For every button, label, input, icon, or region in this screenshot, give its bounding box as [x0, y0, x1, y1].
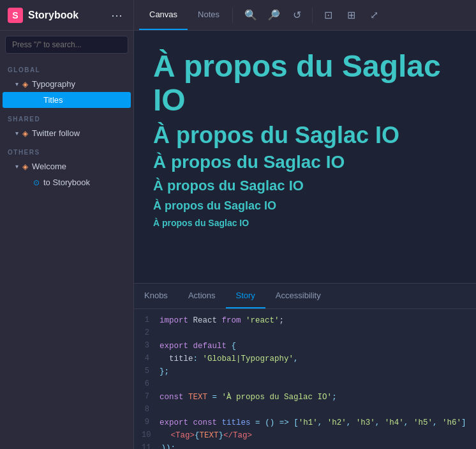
panel-tabs: Knobs Actions Story Accessibility	[134, 284, 476, 309]
frame-icon: ⊡	[324, 9, 332, 21]
code-line-1: 1 import React from 'react';	[134, 314, 476, 327]
line-number: 10	[142, 429, 161, 442]
sidebar-item-titles[interactable]: ⊙ Titles	[3, 92, 131, 108]
zoom-in-icon: 🔍	[244, 9, 257, 21]
panel-tab-story[interactable]: Story	[226, 284, 265, 308]
sidebar: GLOBAL ▾ ◈ Typography ⊙ Titles SHARED ▾ …	[0, 31, 134, 449]
line-number: 9	[142, 416, 160, 429]
zoom-out-button[interactable]: 🔎	[264, 5, 284, 26]
grid-button[interactable]: ⊞	[341, 5, 361, 26]
typography-h4: À propos du Saglac IO	[153, 178, 457, 194]
section-label-others: OTHERS	[0, 141, 133, 158]
code-line-8: 8	[134, 404, 476, 416]
story-icon: ⊙	[33, 178, 40, 187]
code-text	[160, 327, 165, 340]
line-number: 1	[142, 314, 160, 327]
more-button[interactable]: ⋯	[108, 6, 126, 24]
code-area: 1 import React from 'react'; 2 3 export …	[134, 309, 476, 449]
search-box	[0, 31, 133, 59]
code-text: export default {	[160, 340, 236, 353]
line-number: 6	[142, 378, 160, 391]
line-number: 5	[142, 365, 160, 378]
panel-tab-actions[interactable]: Actions	[178, 284, 226, 308]
sidebar-item-typography[interactable]: ▾ ◈ Typography	[3, 76, 131, 92]
reset-icon: ↺	[293, 9, 301, 21]
code-line-11: 11 ));	[134, 442, 476, 449]
section-label-global: GLOBAL	[0, 59, 133, 76]
code-line-5: 5 };	[134, 365, 476, 378]
panel-tab-knobs[interactable]: Knobs	[134, 284, 178, 308]
fullscreen-button[interactable]: ⤢	[364, 5, 384, 26]
code-text: ));	[161, 442, 175, 449]
sidebar-item-label: Twitter follow	[32, 128, 80, 138]
folder-icon: ◈	[22, 162, 28, 171]
line-number: 4	[142, 353, 160, 365]
line-number: 3	[142, 340, 160, 353]
frame-button[interactable]: ⊡	[318, 5, 338, 26]
typography-h6: À propos du Saglac IO	[153, 218, 457, 228]
fullscreen-icon: ⤢	[370, 9, 378, 21]
toolbar-separator-1	[312, 8, 313, 23]
content-area: À propos du Saglac IO À propos du Saglac…	[134, 31, 476, 449]
typography-h3: À propos du Saglac IO	[153, 153, 457, 172]
section-label-shared: SHARED	[0, 108, 133, 125]
code-line-4: 4 title: 'Global|Typography',	[134, 353, 476, 365]
sidebar-item-label: Titles	[43, 95, 63, 105]
sidebar-item-label: Welcome	[32, 162, 66, 171]
arrow-icon: ▾	[15, 130, 19, 137]
more-icon: ⋯	[111, 8, 123, 22]
code-line-7: 7 const TEXT = 'À propos du Saglac IO';	[134, 391, 476, 404]
folder-icon: ◈	[22, 129, 28, 138]
typography-h5: À propos du Saglac IO	[153, 199, 457, 213]
sidebar-item-twitter-follow[interactable]: ▾ ◈ Twitter follow	[3, 125, 131, 141]
reset-zoom-button[interactable]: ↺	[286, 5, 307, 26]
code-text	[160, 378, 165, 391]
tab-separator	[232, 8, 233, 23]
logo-area: S Storybook ⋯	[0, 0, 134, 30]
code-line-10: 10 <Tag>{TEXT}</Tag>	[134, 429, 476, 442]
tab-notes[interactable]: Notes	[188, 0, 230, 30]
panel-tab-accessibility[interactable]: Accessibility	[265, 284, 331, 308]
top-tabs: Canvas Notes 🔍 🔎 ↺ ⊡ ⊞ ⤢	[134, 0, 476, 30]
line-number: 11	[142, 442, 161, 449]
code-line-6: 6	[134, 378, 476, 391]
code-text: title: 'Global|Typography',	[160, 353, 299, 365]
grid-icon: ⊞	[347, 9, 355, 21]
typography-h2: À propos du Saglac IO	[153, 123, 457, 148]
code-line-2: 2	[134, 327, 476, 340]
code-line-3: 3 export default {	[134, 340, 476, 353]
folder-icon: ◈	[22, 80, 28, 89]
canvas-area: À propos du Saglac IO À propos du Saglac…	[134, 31, 476, 283]
code-text: import React from 'react';	[160, 314, 284, 327]
code-text: export const titles = () => ['h1', 'h2',…	[160, 416, 466, 429]
zoom-out-icon: 🔎	[267, 9, 280, 21]
line-number: 2	[142, 327, 160, 340]
sidebar-item-welcome[interactable]: ▾ ◈ Welcome	[3, 158, 131, 174]
bottom-panel: Knobs Actions Story Accessibility 1 impo…	[134, 283, 476, 449]
sidebar-item-label: to Storybook	[43, 178, 90, 187]
story-icon: ⊙	[33, 96, 40, 105]
code-text: };	[160, 365, 169, 378]
app-title: Storybook	[28, 10, 78, 21]
code-text: const TEXT = 'À propos du Saglac IO';	[160, 391, 337, 404]
sidebar-item-to-storybook[interactable]: ⊙ to Storybook	[3, 174, 131, 190]
sidebar-item-label: Typography	[32, 79, 75, 89]
arrow-icon: ▾	[15, 163, 19, 170]
line-number: 7	[142, 391, 160, 404]
main-layout: GLOBAL ▾ ◈ Typography ⊙ Titles SHARED ▾ …	[0, 31, 476, 449]
typography-h1: À propos du Saglac IO	[153, 50, 457, 118]
line-number: 8	[142, 404, 160, 416]
top-bar: S Storybook ⋯ Canvas Notes 🔍 🔎 ↺ ⊡ ⊞	[0, 0, 476, 31]
zoom-in-button[interactable]: 🔍	[241, 5, 261, 26]
storybook-logo-icon: S	[8, 8, 23, 23]
code-line-9: 9 export const titles = () => ['h1', 'h2…	[134, 416, 476, 429]
tab-canvas[interactable]: Canvas	[139, 0, 188, 30]
search-input[interactable]	[5, 36, 128, 54]
toolbar-icons: 🔍 🔎 ↺ ⊡ ⊞ ⤢	[235, 5, 389, 26]
code-text	[160, 404, 165, 416]
arrow-icon: ▾	[15, 80, 19, 88]
code-text: <Tag>{TEXT}</Tag>	[161, 429, 252, 442]
